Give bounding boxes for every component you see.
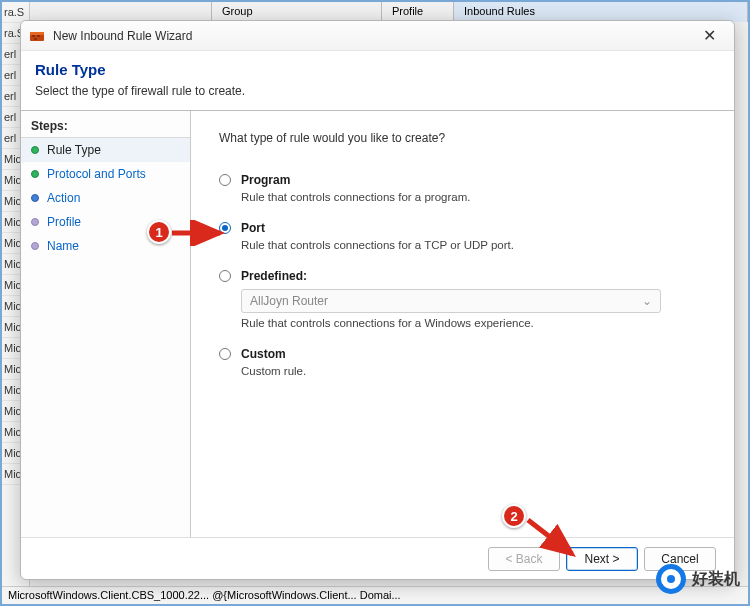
svg-line-6 xyxy=(528,520,572,554)
option-predefined[interactable]: Predefined: AllJoyn Router ⌄ Rule that c… xyxy=(219,269,706,329)
option-predefined-desc: Rule that controls connections for a Win… xyxy=(241,317,706,329)
step-item-protocol-and-ports[interactable]: Protocol and Ports xyxy=(21,162,190,186)
radio-program[interactable] xyxy=(219,174,231,186)
option-custom[interactable]: Custom Custom rule. xyxy=(219,347,706,377)
wizard-header: Rule Type Select the type of firewall ru… xyxy=(21,51,734,111)
steps-sidebar: Steps: Rule TypeProtocol and PortsAction… xyxy=(21,111,191,537)
page-subtitle: Select the type of firewall rule to crea… xyxy=(35,84,720,98)
predefined-dropdown-value: AllJoyn Router xyxy=(250,294,328,308)
firewall-icon xyxy=(29,28,45,44)
page-title: Rule Type xyxy=(35,61,720,78)
watermark: 好装机 xyxy=(656,564,740,594)
step-item-rule-type[interactable]: Rule Type xyxy=(21,138,190,162)
annotation-arrow-2 xyxy=(524,514,584,562)
close-button[interactable]: ✕ xyxy=(692,23,726,49)
option-program-label: Program xyxy=(241,173,290,187)
step-label: Name xyxy=(47,239,79,253)
option-program[interactable]: Program Rule that controls connections f… xyxy=(219,173,706,203)
step-bullet-icon xyxy=(31,170,39,178)
bg-col-group: Group xyxy=(212,2,382,22)
step-label: Protocol and Ports xyxy=(47,167,146,181)
step-bullet-icon xyxy=(31,194,39,202)
bg-status-row: MicrosoftWindows.Client.CBS_1000.22... @… xyxy=(2,586,748,604)
option-custom-desc: Custom rule. xyxy=(241,365,706,377)
bg-column-header: Group Profile Inbound Rules xyxy=(2,2,748,22)
annotation-arrow-1 xyxy=(170,220,230,246)
svg-rect-1 xyxy=(30,32,44,35)
wizard-main: What type of rule would you like to crea… xyxy=(191,111,734,537)
predefined-dropdown[interactable]: AllJoyn Router ⌄ xyxy=(241,289,661,313)
option-port-desc: Rule that controls connections for a TCP… xyxy=(241,239,706,251)
wizard-dialog: New Inbound Rule Wizard ✕ Rule Type Sele… xyxy=(20,20,735,580)
steps-heading: Steps: xyxy=(21,117,190,138)
annotation-badge-2: 2 xyxy=(502,504,526,528)
radio-custom[interactable] xyxy=(219,348,231,360)
chevron-down-icon: ⌄ xyxy=(642,294,652,308)
option-custom-label: Custom xyxy=(241,347,286,361)
option-port[interactable]: Port Rule that controls connections for … xyxy=(219,221,706,251)
annotation-badge-1: 1 xyxy=(147,220,171,244)
step-item-action[interactable]: Action xyxy=(21,186,190,210)
step-label: Profile xyxy=(47,215,81,229)
dialog-title: New Inbound Rule Wizard xyxy=(53,29,692,43)
svg-rect-4 xyxy=(34,38,37,40)
option-port-label: Port xyxy=(241,221,265,235)
watermark-logo-icon xyxy=(656,564,686,594)
step-bullet-icon xyxy=(31,218,39,226)
bg-col-profile: Profile xyxy=(382,2,454,22)
option-predefined-label: Predefined: xyxy=(241,269,307,283)
step-bullet-icon xyxy=(31,242,39,250)
svg-rect-2 xyxy=(32,35,35,37)
step-bullet-icon xyxy=(31,146,39,154)
step-label: Rule Type xyxy=(47,143,101,157)
wizard-footer: < Back Next > Cancel xyxy=(21,537,734,579)
radio-predefined[interactable] xyxy=(219,270,231,282)
svg-rect-3 xyxy=(37,35,40,37)
titlebar[interactable]: New Inbound Rule Wizard ✕ xyxy=(21,21,734,51)
step-label: Action xyxy=(47,191,80,205)
watermark-text: 好装机 xyxy=(692,569,740,590)
bg-col-inbound: Inbound Rules xyxy=(454,2,748,22)
main-prompt: What type of rule would you like to crea… xyxy=(219,131,706,145)
option-program-desc: Rule that controls connections for a pro… xyxy=(241,191,706,203)
